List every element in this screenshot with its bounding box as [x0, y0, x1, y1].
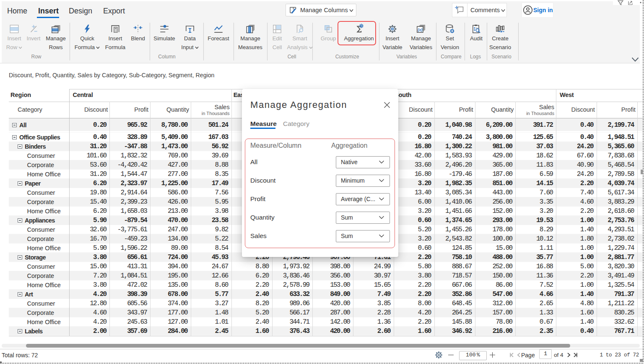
svg-text:(x): (x): [418, 27, 422, 31]
